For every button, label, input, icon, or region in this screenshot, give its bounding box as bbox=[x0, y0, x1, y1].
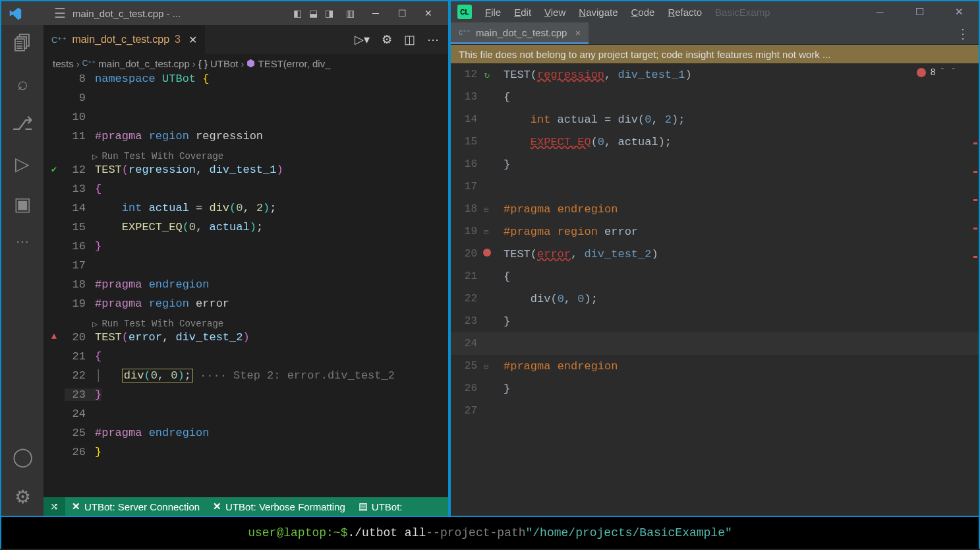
error-stripe[interactable] bbox=[973, 142, 977, 284]
code-line[interactable]: } bbox=[95, 446, 101, 458]
menu-icon[interactable]: ☰ bbox=[54, 5, 66, 21]
gear-icon[interactable]: ⚙ bbox=[1, 486, 43, 508]
code-lens-run[interactable]: Run Test With Coverage bbox=[101, 319, 223, 329]
run-debug-icon[interactable]: ▷ bbox=[1, 153, 43, 175]
code-line[interactable]: int actual = div(0, 2); bbox=[95, 202, 276, 214]
cpp-file-icon: C⁺⁺ bbox=[82, 59, 96, 68]
code-line[interactable]: EXPECT_EQ(0, actual); bbox=[504, 136, 672, 148]
status-server-connection[interactable]: ✕UTBot: Server Connection bbox=[65, 501, 206, 512]
code-line[interactable]: #pragma endregion bbox=[504, 360, 618, 373]
fold-icon[interactable]: ⊟ bbox=[484, 228, 489, 236]
code-line[interactable]: { bbox=[504, 91, 510, 104]
error-gutter-icon[interactable] bbox=[477, 249, 497, 259]
code-line[interactable]: } bbox=[504, 158, 510, 171]
line-number: 22 bbox=[65, 369, 95, 382]
line-number: 23 bbox=[451, 315, 477, 327]
menu-view[interactable]: View bbox=[544, 7, 565, 18]
code-line[interactable]: #pragma endregion bbox=[95, 427, 209, 439]
vscode-logo-icon bbox=[8, 7, 21, 20]
run-gutter-icon[interactable]: ↻ bbox=[477, 69, 497, 80]
code-line[interactable]: int actual = div(0, 2); bbox=[504, 113, 685, 126]
layout-custom-icon[interactable]: ▥ bbox=[343, 8, 357, 18]
code-line[interactable]: { bbox=[95, 183, 101, 195]
menu-code[interactable]: Code bbox=[631, 7, 655, 18]
breadcrumb-namespace[interactable]: UTBot bbox=[210, 58, 239, 69]
code-line[interactable]: TEST(regression, div_test_1) bbox=[95, 164, 283, 176]
run-dropdown-icon[interactable]: ▷▾ bbox=[355, 32, 370, 47]
code-lens-run[interactable]: Run Test With Coverage bbox=[101, 151, 223, 162]
menu-edit[interactable]: Edit bbox=[514, 7, 531, 18]
line-number: 16 bbox=[65, 240, 95, 253]
panel-bottom-icon[interactable]: ⬓ bbox=[306, 8, 320, 18]
explorer-icon[interactable]: 🗐 bbox=[1, 33, 43, 55]
problems-indicator[interactable]: 8 ˆ ˇ bbox=[917, 67, 956, 78]
clion-titlebar: CL File Edit View Navigate Code Refacto … bbox=[451, 1, 979, 22]
code-line[interactable]: EXPECT_EQ(0, actual); bbox=[95, 221, 263, 233]
code-line[interactable]: TEST(error, div_test_2) bbox=[95, 331, 250, 344]
settings-gear-icon[interactable]: ⚙ bbox=[382, 32, 392, 47]
code-line[interactable]: TEST(regression, div_test_1) bbox=[504, 69, 692, 81]
inline-step-annotation: ···· Step 2: error.div_test_2 bbox=[193, 369, 395, 382]
line-number: 8 bbox=[65, 73, 95, 85]
code-line[interactable]: #pragma region regression bbox=[95, 130, 263, 142]
code-line[interactable]: #pragma endregion bbox=[504, 203, 618, 216]
minimize-button[interactable]: ─ bbox=[362, 8, 389, 18]
tab-close-icon[interactable]: × bbox=[575, 27, 581, 38]
remote-indicator[interactable]: ⤭ bbox=[43, 497, 65, 516]
code-line[interactable]: } bbox=[504, 382, 510, 395]
close-button[interactable]: ✕ bbox=[415, 8, 442, 18]
code-line[interactable]: } bbox=[95, 388, 101, 401]
source-control-icon[interactable]: ⎇ bbox=[1, 113, 43, 135]
code-editor[interactable]: 8 ˆ ˇ 12↻TEST(regression, div_test_1) 13… bbox=[451, 63, 979, 516]
code-line[interactable]: div(0, 0); bbox=[504, 293, 598, 305]
tab-close-icon[interactable]: ✕ bbox=[188, 34, 197, 46]
panel-right-icon[interactable]: ◨ bbox=[322, 8, 336, 18]
breadcrumb[interactable]: tests › C⁺⁺ main_dot_c_test.cpp › { } UT… bbox=[43, 54, 448, 73]
line-number: 21 bbox=[451, 270, 477, 282]
maximize-button[interactable]: ☐ bbox=[906, 6, 933, 18]
breadcrumb-file[interactable]: main_dot_c_test.cpp bbox=[98, 58, 189, 69]
menu-navigate[interactable]: Navigate bbox=[579, 7, 618, 18]
layout-buttons[interactable]: ◧ ⬓ ◨ ▥ bbox=[290, 8, 357, 18]
status-more[interactable]: ▤UTBot: bbox=[352, 501, 409, 512]
code-line[interactable]: #pragma region error bbox=[95, 297, 229, 310]
code-editor[interactable]: 8namespace UTBot { 9 10 11#pragma region… bbox=[43, 73, 448, 497]
editor-tab[interactable]: c⁺⁺ main_dot_c_test.cpp × bbox=[451, 22, 589, 44]
code-line[interactable]: #pragma region error bbox=[504, 226, 638, 238]
menu-refactor[interactable]: Refacto bbox=[668, 7, 702, 18]
search-icon[interactable]: ⌕ bbox=[1, 73, 43, 94]
maximize-button[interactable]: ☐ bbox=[389, 8, 415, 18]
line-number: 19 bbox=[65, 297, 95, 310]
info-banner[interactable]: This file does not belong to any project… bbox=[451, 45, 979, 63]
more-icon[interactable]: ⋯ bbox=[1, 233, 43, 249]
tab-more-icon[interactable]: ⋮ bbox=[956, 26, 979, 42]
test-fail-icon[interactable]: ▲ bbox=[43, 331, 65, 342]
code-line[interactable]: namespace UTBot { bbox=[95, 73, 209, 85]
status-verbose-formatting[interactable]: ✕UTBot: Verbose Formatting bbox=[206, 501, 352, 512]
test-pass-icon[interactable]: ✔ bbox=[43, 164, 65, 175]
line-number: 9 bbox=[65, 92, 95, 104]
line-number: 14 bbox=[451, 113, 477, 125]
code-line[interactable]: { bbox=[95, 350, 101, 363]
fold-icon[interactable]: ⊟ bbox=[484, 363, 489, 371]
split-editor-icon[interactable]: ◫ bbox=[404, 32, 415, 47]
close-button[interactable]: ✕ bbox=[946, 6, 972, 18]
code-line[interactable]: } bbox=[504, 315, 510, 328]
breadcrumb-folder[interactable]: tests bbox=[53, 58, 74, 69]
code-line[interactable]: TEST(error, div_test_2) bbox=[504, 248, 658, 260]
fold-icon[interactable]: ⊟ bbox=[484, 206, 489, 214]
menu-file[interactable]: File bbox=[485, 7, 501, 18]
editor-tab[interactable]: C⁺⁺ main_dot_c_test.cpp 3 ✕ bbox=[43, 25, 205, 54]
breadcrumb-function[interactable]: TEST(error, div_ bbox=[258, 58, 330, 69]
account-icon[interactable]: ◯ bbox=[1, 446, 43, 468]
line-number: 19 bbox=[451, 226, 477, 237]
code-line[interactable]: { bbox=[504, 270, 510, 283]
panel-left-icon[interactable]: ◧ bbox=[290, 8, 304, 18]
terminal[interactable]: user@laptop:~$ ./utbot all --project-pat… bbox=[0, 516, 980, 549]
minimize-button[interactable]: ─ bbox=[867, 7, 893, 18]
code-line[interactable]: #pragma endregion bbox=[95, 278, 209, 291]
code-line[interactable]: │ div(0, 0); ···· Step 2: error.div_test… bbox=[95, 369, 395, 382]
code-line[interactable]: } bbox=[95, 240, 101, 253]
extensions-icon[interactable]: ▣ bbox=[1, 193, 43, 215]
more-actions-icon[interactable]: ⋯ bbox=[427, 32, 439, 47]
